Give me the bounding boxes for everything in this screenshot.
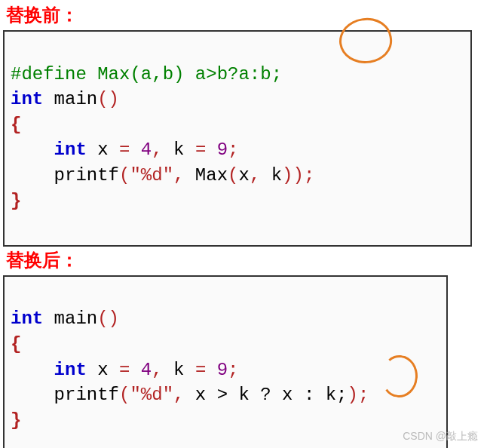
brace-close: } (11, 191, 21, 211)
kw-int: int (54, 360, 98, 380)
parens: () (97, 89, 119, 109)
fn-main: main (54, 308, 98, 329)
indent (11, 360, 54, 380)
code-block-before: #define Max(a,b) a>b?a:b; int main() { i… (3, 30, 472, 247)
code-block-after: int main() { int x = 4, k = 9; printf("%… (3, 275, 448, 448)
brace-close: } (11, 410, 21, 431)
kw-int: int (54, 140, 98, 160)
watermark: CSDN @敲上瘾 (403, 430, 478, 443)
heading-before: 替换前： (0, 0, 487, 30)
fn-printf: printf (54, 165, 119, 186)
brace-open: { (11, 115, 21, 135)
preproc-define: #define (11, 64, 97, 84)
fn-main: main (54, 89, 98, 109)
fn-printf: printf (54, 385, 119, 405)
kw-int: int (11, 308, 54, 329)
indent (11, 385, 54, 405)
brace-open: { (11, 334, 21, 354)
macro-body: Max(a,b) a>b?a:b; (97, 64, 282, 84)
heading-after: 替换后： (0, 245, 487, 275)
indent (11, 165, 54, 186)
annotation-circle-icon (379, 353, 420, 399)
indent (11, 140, 54, 160)
kw-int: int (11, 89, 54, 109)
